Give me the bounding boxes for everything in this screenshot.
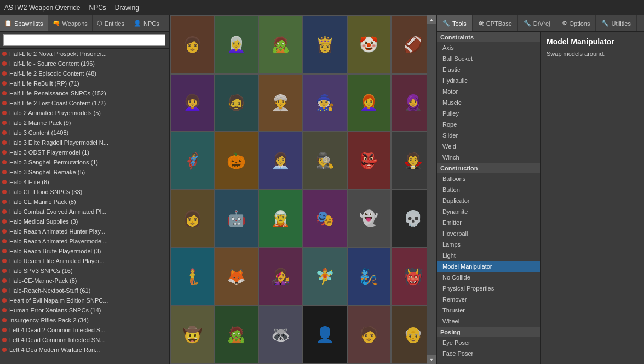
character-portrait-cell[interactable]: 👺 bbox=[348, 132, 391, 189]
list-item[interactable]: Halo CE Marine Pack (8) bbox=[0, 197, 169, 207]
menu-item-weapon-override[interactable]: ASTW2 Weapon Override bbox=[4, 4, 81, 12]
list-item[interactable]: Halo 3 Content (1408) bbox=[0, 128, 169, 138]
tool-list-item[interactable]: Rope bbox=[437, 119, 540, 130]
character-portrait-cell[interactable]: 👩 bbox=[171, 190, 214, 247]
character-portrait-cell[interactable]: 🕵 bbox=[303, 132, 347, 189]
tool-list-item[interactable]: Weld bbox=[437, 141, 540, 152]
character-portrait-cell[interactable]: 🎭 bbox=[303, 190, 347, 247]
list-item[interactable]: Halo-CE-Marine-Pack (8) bbox=[0, 276, 169, 286]
list-item[interactable]: Half-Life - Source Content (196) bbox=[0, 59, 169, 69]
list-item[interactable]: Halo 4 Elite (6) bbox=[0, 177, 169, 187]
list-item[interactable]: Halo Reach Brute Playermodel (3) bbox=[0, 246, 169, 256]
character-portrait-cell[interactable]: 👻 bbox=[348, 190, 391, 247]
tool-list-item[interactable]: Axis bbox=[437, 42, 540, 53]
character-portrait-cell[interactable]: 🎃 bbox=[215, 132, 258, 189]
tool-list-item[interactable]: Thruster bbox=[437, 305, 540, 316]
tool-list-item[interactable]: Hydraulic bbox=[437, 75, 540, 86]
character-portrait-cell[interactable]: 🦊 bbox=[215, 248, 258, 305]
tool-list-item[interactable]: Face Poser bbox=[437, 348, 540, 359]
list-item[interactable]: Halo Reach Animated Hunter Play... bbox=[0, 226, 169, 236]
tool-list-item[interactable]: Physical Properties bbox=[437, 283, 540, 294]
tool-list-item[interactable]: Lamps bbox=[437, 239, 540, 250]
tool-list-item[interactable]: Eye Poser bbox=[437, 337, 540, 348]
right-tab-drvrej[interactable]: 🔧 DrVrej bbox=[518, 15, 556, 31]
tool-list-item[interactable]: Muscle bbox=[437, 97, 540, 108]
character-portrait-cell[interactable]: 👩‍🦰 bbox=[348, 75, 391, 132]
tool-list-item[interactable]: Balloons bbox=[437, 173, 540, 184]
scroll-up-arrow[interactable]: ▲ bbox=[427, 15, 436, 24]
character-portrait-cell[interactable]: 🧙 bbox=[303, 75, 347, 132]
list-item[interactable]: Halo 3 Elite Ragdoll Playermodel N... bbox=[0, 138, 169, 147]
center-scrollbar[interactable]: ▲ ▼ bbox=[427, 15, 436, 364]
tool-list-item[interactable]: Remover bbox=[437, 294, 540, 305]
character-portrait-cell[interactable]: 👩‍🦱 bbox=[171, 75, 214, 132]
list-item[interactable]: Left 4 Dead 2 Common Infected S... bbox=[0, 325, 169, 335]
tab-entities[interactable]: ⬡ Entities bbox=[93, 15, 129, 31]
list-item[interactable]: Heart of Evil Napalm Edition SNPC... bbox=[0, 295, 169, 305]
character-portrait-cell[interactable]: 👩‍💼 bbox=[259, 132, 302, 189]
tool-list-item[interactable]: No Collide bbox=[437, 272, 540, 283]
right-tab-tools[interactable]: 🔧 Tools bbox=[437, 15, 473, 31]
character-portrait-cell[interactable]: 🤖 bbox=[215, 190, 258, 247]
list-item[interactable]: Halo-Reach-Nextbot-Stuff (61) bbox=[0, 286, 169, 295]
tab-spawnlists[interactable]: 📋 Spawnlists bbox=[0, 15, 48, 31]
list-item[interactable]: Human Error Xenians SNPCs (14) bbox=[0, 305, 169, 315]
tab-vehicles[interactable]: 🚗 Vehicles bbox=[164, 15, 169, 31]
character-portrait-cell[interactable]: 🧔 bbox=[215, 75, 258, 132]
tool-list-item[interactable]: Ball Socket bbox=[437, 53, 540, 64]
list-item[interactable]: Halo Medical Supplies (3) bbox=[0, 217, 169, 226]
right-tab-options[interactable]: ⚙ Options bbox=[556, 15, 596, 31]
character-portrait-cell[interactable]: 👤 bbox=[303, 306, 347, 363]
character-portrait-cell[interactable]: 🧟 bbox=[259, 16, 302, 73]
right-tab-utilities[interactable]: 🔧 Utilities bbox=[596, 15, 636, 31]
character-portrait-cell[interactable]: 👸 bbox=[303, 16, 347, 73]
character-portrait-cell[interactable]: 🧟 bbox=[215, 306, 258, 363]
character-portrait-cell[interactable]: 🧚 bbox=[303, 248, 347, 305]
menu-item-drawing[interactable]: Drawing bbox=[115, 4, 139, 12]
character-portrait-cell[interactable]: 🦝 bbox=[259, 306, 302, 363]
list-item[interactable]: Half-Life 2 Episodic Content (48) bbox=[0, 69, 169, 78]
tool-list-item[interactable]: Duplicator bbox=[437, 195, 540, 206]
list-item[interactable]: Halo SPV3 SNPCs (16) bbox=[0, 266, 169, 276]
character-portrait-cell[interactable]: 🧞 bbox=[348, 248, 391, 305]
list-item[interactable]: Left 4 Dea Modern Warfare Ran... bbox=[0, 345, 169, 355]
list-item[interactable]: Halo Reach Animated Playermodel... bbox=[0, 236, 169, 246]
list-item[interactable]: Half-Life-Renaissance-SNPCs (152) bbox=[0, 88, 169, 98]
list-item[interactable]: Halo 3 Sangheli Remake (5) bbox=[0, 167, 169, 177]
list-item[interactable]: Half-Life ReBuilt (RP) (71) bbox=[0, 78, 169, 88]
list-item[interactable]: Halo 2 Animated Playermodels (5) bbox=[0, 108, 169, 118]
character-portrait-cell[interactable]: 👩‍🎤 bbox=[259, 248, 302, 305]
character-portrait-cell[interactable]: 🦸 bbox=[171, 132, 214, 189]
tool-list-item[interactable]: Light bbox=[437, 250, 540, 261]
character-portrait-cell[interactable]: 👩 bbox=[171, 16, 214, 73]
menu-item-npcs[interactable]: NPCs bbox=[89, 4, 106, 12]
list-item[interactable]: Left 4 Dead Common Infected SN... bbox=[0, 335, 169, 345]
tool-list-item[interactable]: Dynamite bbox=[437, 206, 540, 217]
character-portrait-cell[interactable]: 👳 bbox=[259, 75, 302, 132]
tool-list-item[interactable]: Motor bbox=[437, 86, 540, 97]
character-portrait-cell[interactable]: 🤡 bbox=[348, 16, 391, 73]
right-tab-cptbase[interactable]: 🛠 CPTBase bbox=[473, 15, 518, 31]
list-item[interactable]: Halo Combat Evolved Animated Pl... bbox=[0, 207, 169, 217]
list-item[interactable]: Halo 3 Sangheli Permutations (1) bbox=[0, 157, 169, 167]
search-input[interactable] bbox=[3, 34, 165, 46]
scroll-down-arrow[interactable]: ▼ bbox=[427, 355, 436, 364]
list-item[interactable]: Halo 2 Marine Pack (9) bbox=[0, 118, 169, 128]
tool-list-item[interactable]: Elastic bbox=[437, 64, 540, 75]
tool-list-item[interactable]: Model Manipulator bbox=[437, 261, 540, 272]
character-portrait-cell[interactable]: 🧑 bbox=[348, 306, 391, 363]
list-item[interactable]: Half-Life 2 Lost Coast Content (172) bbox=[0, 98, 169, 108]
list-item[interactable]: Halo Reach Elite Animated Player... bbox=[0, 256, 169, 266]
character-portrait-cell[interactable]: 🧜 bbox=[171, 248, 214, 305]
list-item[interactable]: Halo 3 ODST Playermodel (1) bbox=[0, 147, 169, 157]
tab-weapons[interactable]: 🔫 Weapons bbox=[48, 15, 93, 31]
tab-npcs[interactable]: 👤 NPCs bbox=[129, 15, 164, 31]
tool-list-item[interactable]: Wheel bbox=[437, 316, 540, 327]
tool-list-item[interactable]: Winch bbox=[437, 152, 540, 163]
character-portrait-cell[interactable]: 🤠 bbox=[171, 306, 214, 363]
list-item[interactable]: Halo CE Flood SNPCs (33) bbox=[0, 187, 169, 197]
tool-list-item[interactable]: Button bbox=[437, 184, 540, 195]
character-portrait-cell[interactable]: 👩‍🦳 bbox=[215, 16, 258, 73]
list-item[interactable]: Insurgency-Rifles-Pack 2 (34) bbox=[0, 315, 169, 325]
character-portrait-cell[interactable]: 🧝 bbox=[259, 190, 302, 247]
